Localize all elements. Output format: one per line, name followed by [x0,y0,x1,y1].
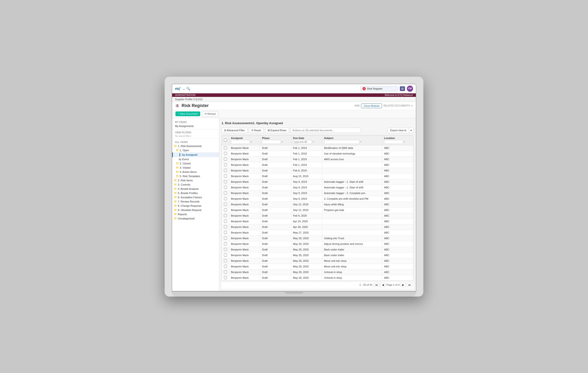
last-page-button[interactable]: ⏭ [407,283,412,287]
row-checkbox[interactable] [224,276,227,279]
table-row[interactable]: Benjamin MackDraftMay 28, 2020Back under… [222,252,413,258]
table-row[interactable]: Benjamin MackDraftFeb 6, 2019ABC [222,168,413,173]
cell-subject: Injury while lifting [322,202,382,207]
sidebar-item-bowtie-profiles[interactable]: 📁5. Bowtie Profiles [172,191,219,195]
row-checkbox[interactable] [224,265,227,268]
export-button[interactable]: Export view to [388,128,409,133]
row-checkbox[interactable] [224,203,227,206]
sidebar-item-obsolete-request[interactable]: 📁9. Obsolete Request [172,208,219,212]
user-avatar-button[interactable]: FM [407,86,413,92]
module-search-bar[interactable]: 8 [360,86,398,91]
table-row[interactable]: Benjamin MackDraftSep 9, 2019Automatic b… [222,179,413,185]
export-dropdown-button[interactable]: ▾ [409,128,413,133]
table-row[interactable]: Benjamin MackDraftFeb 1, 2019Use of obso… [222,151,413,156]
sidebar-item-risk-templates[interactable]: 📁5. Risk Templates [172,174,219,178]
table-row[interactable]: Benjamin MackDraftMay 28, 2020Adjust dri… [222,241,413,247]
table-row[interactable]: Benjamin MackDraftMay 28, 2020Back under… [222,247,413,252]
table-row[interactable]: Benjamin MackDraftMay 27, 2020ABC [222,230,413,235]
reset-button[interactable]: ⟳ Reset [249,128,264,133]
table-row[interactable]: Benjamin MackDraftSep 12, 2019Propane ga… [222,207,413,213]
sidebar-item-closed[interactable]: 📁2. Closed [172,161,219,166]
row-checkbox[interactable] [224,242,227,245]
grid-icon-button[interactable]: ⊞ [400,86,405,91]
table-row[interactable]: Benjamin MackDraftMay 28, 2020Unhook in … [222,269,413,275]
reload-button[interactable]: ⟳ Reload [202,111,218,117]
phase-filter[interactable] [262,140,281,144]
sidebar-item-open[interactable]: 📁1. Open [172,148,219,152]
table-row[interactable]: Benjamin MackDraftAug 15, 2019ABC [222,173,413,179]
row-checkbox[interactable] [224,220,227,223]
row-checkbox[interactable] [224,197,227,200]
sidebar-item-uncategorized[interactable]: 📁Uncategorized [172,216,219,221]
row-checkbox[interactable] [224,254,227,257]
row-checkbox[interactable] [224,231,227,234]
advanced-filter-button[interactable]: ⊟ Advanced Filter [221,128,247,133]
row-checkbox[interactable] [224,180,227,183]
dropdown-icon[interactable]: ⌄ [182,87,185,91]
table-row[interactable]: Benjamin MackDraftFeb 1, 2019ABC [222,162,413,168]
row-checkbox[interactable] [224,175,227,177]
table-row[interactable]: Benjamin MackDraftApr 28, 2020ABC [222,224,413,230]
sidebar-item-bowtie-analysis[interactable]: 📁4. Bowtie Analysis [172,187,219,191]
assigned-filter[interactable] [231,140,250,144]
row-checkbox[interactable] [224,152,227,155]
row-checkbox[interactable] [224,259,227,262]
table-row[interactable]: Benjamin MackDraftFeb 9, 2020ABC [222,213,413,218]
row-checkbox[interactable] [224,214,227,217]
cell-due_date: Feb 6, 2019 [291,168,322,173]
row-checkbox[interactable] [224,208,227,211]
row-checkbox[interactable] [224,248,227,251]
row-checkbox[interactable] [224,270,227,273]
table-row[interactable]: Benjamin MackDraftMay 28, 2020Move unit … [222,258,413,264]
next-page-button[interactable]: ▶ [400,283,406,287]
sidebar-item-risk-items[interactable]: 📁2. Risk Items [172,178,219,183]
pagination-summary: 1 - 25 of 91 [359,283,373,286]
cell-phase: Draft [260,207,291,213]
search-icon[interactable]: 🔍 [186,87,190,91]
sidebar-item-escalation-factors[interactable]: 📁6. Escalation Factors [172,195,219,199]
location-filter[interactable] [384,140,403,144]
prev-page-button[interactable]: ◀ [380,283,386,287]
table-row[interactable]: Benjamin MackDraftApr 24, 2020ABC [222,218,413,224]
sidebar-item-action-items[interactable]: 📁4. Action Items [172,170,219,174]
cell-location: ABC [382,196,413,202]
row-checkbox[interactable] [224,163,227,166]
close-module-button[interactable]: Close Module [361,104,382,108]
table-row[interactable]: Benjamin MackDraftSep 9, 2019Automatic b… [222,190,413,196]
sidebar-item-risk-assessments[interactable]: 📁1. Risk Assessments [172,144,219,148]
row-checkbox[interactable] [224,191,227,195]
row-checkbox-cell [222,179,229,185]
due-date-filter[interactable] [293,140,312,144]
subject-filter[interactable] [324,140,359,144]
sidebar-item-my-assignments[interactable]: My Assignments [172,124,219,128]
sidebar-item-change-requests[interactable]: 📁8. Change Requests [172,204,219,208]
table-row[interactable]: Benjamin MackDraftSep 9, 20192. Complete… [222,196,413,202]
export-btn-wrap: Export view to ▾ [388,128,413,133]
first-page-button[interactable]: ⏮ [374,283,379,287]
table-row[interactable]: Benjamin MackDraftSep 9, 2019Automatic b… [222,185,413,190]
row-checkbox[interactable] [224,169,227,172]
sidebar-item-reports[interactable]: 📁Reports [172,212,219,216]
row-checkbox[interactable] [224,237,227,240]
table-row[interactable]: Benjamin MackDraftFeb 1, 2019Modificatio… [222,145,413,151]
row-checkbox[interactable] [224,146,227,149]
sidebar-item-by-event[interactable]: by Event [172,157,219,161]
table-row[interactable]: Benjamin MackDraftSep 12, 2019Injury whi… [222,202,413,207]
sidebar-item-controls[interactable]: 📁3. Controls [172,183,219,187]
actions-input[interactable] [291,128,361,133]
table-row[interactable]: Benjamin MackDraftMay 28, 2020Unhook in … [222,275,413,280]
table-row[interactable]: Benjamin MackDraftMay 28, 2020Getting in… [222,235,413,241]
new-document-button[interactable]: + New Document [176,112,200,116]
select-all-checkbox[interactable] [224,138,227,142]
sidebar-item-by-assigned[interactable]: by Assigned [172,152,219,157]
table-row[interactable]: Benjamin MackDraftFeb 1, 2019AWS access … [222,156,413,162]
cell-location: ABC [382,218,413,224]
module-search-input[interactable] [367,87,391,90]
sidebar-item-review-records[interactable]: 📁7. Review Records [172,199,219,204]
sidebar-item-voided[interactable]: 📁3. Voided [172,166,219,170]
table-row[interactable]: Benjamin MackDraftMay 28, 2020Move unit … [222,264,413,269]
expand-rows-button[interactable]: ⊞ Expand Rows [265,128,289,133]
row-checkbox[interactable] [224,157,227,161]
row-checkbox[interactable] [224,225,227,228]
row-checkbox[interactable] [224,186,227,189]
